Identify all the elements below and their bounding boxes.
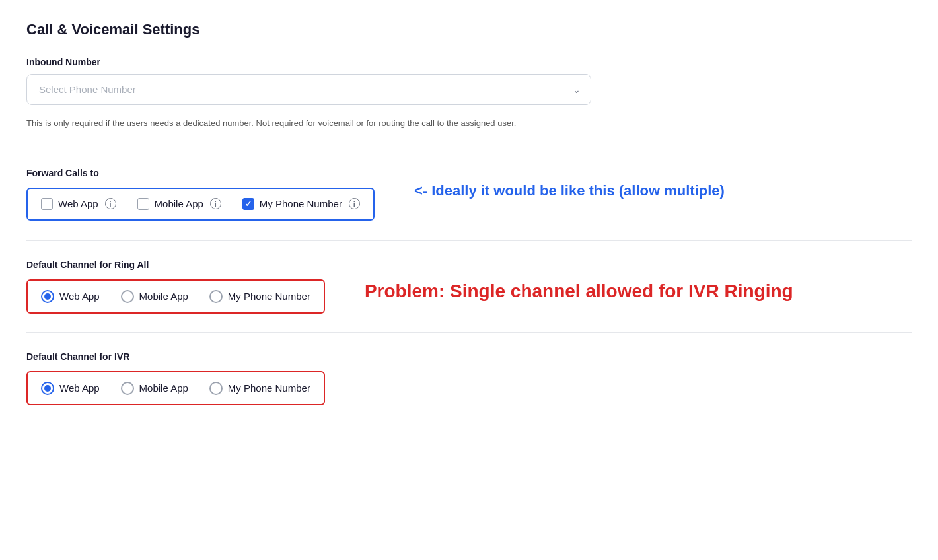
ring-web-app-label: Web App bbox=[59, 291, 100, 302]
ring-mobile-app-label: Mobile App bbox=[139, 291, 188, 302]
ivr-row-container: Web App Mobile App My Phone Number bbox=[26, 371, 912, 405]
ivr-mobile-app-radio[interactable] bbox=[121, 382, 134, 395]
phone-info-icon[interactable]: i bbox=[349, 198, 360, 209]
forward-phone-label: My Phone Number bbox=[260, 198, 342, 209]
forward-mobile-app-label: Mobile App bbox=[155, 198, 203, 209]
ring-all-annotation: Problem: Single channel allowed for IVR … bbox=[365, 279, 793, 303]
ring-mobile-app-item[interactable]: Mobile App bbox=[121, 290, 188, 303]
forward-phone-checkbox[interactable] bbox=[242, 198, 254, 210]
web-app-info-icon[interactable]: i bbox=[105, 198, 116, 209]
ring-mobile-app-radio[interactable] bbox=[121, 290, 134, 303]
ring-phone-radio[interactable] bbox=[209, 290, 223, 303]
forward-web-app-label: Web App bbox=[58, 198, 98, 209]
forward-calls-label: Forward Calls to bbox=[26, 168, 912, 178]
phone-number-select-wrapper: Select Phone Number ⌄ bbox=[26, 74, 591, 105]
forward-mobile-app-checkbox[interactable] bbox=[137, 198, 149, 210]
forward-web-app-checkbox[interactable] bbox=[41, 198, 53, 210]
ivr-options: Web App Mobile App My Phone Number bbox=[26, 371, 325, 405]
ivr-mobile-app-item[interactable]: Mobile App bbox=[121, 382, 188, 395]
ring-web-app-radio[interactable] bbox=[41, 290, 54, 303]
ivr-section: Default Channel for IVR Web App Mobile A… bbox=[26, 351, 912, 405]
forward-calls-annotation: <- Ideally it would be like this (allow … bbox=[414, 181, 725, 201]
inbound-number-helper: This is only required if the users needs… bbox=[26, 117, 753, 130]
page-title: Call & Voicemail Settings bbox=[26, 21, 912, 38]
ivr-phone-label: My Phone Number bbox=[228, 382, 310, 394]
forward-phone-item[interactable]: My Phone Number i bbox=[242, 198, 360, 210]
ivr-label: Default Channel for IVR bbox=[26, 351, 912, 362]
forward-mobile-app-item[interactable]: Mobile App i bbox=[137, 198, 221, 210]
inbound-number-label: Inbound Number bbox=[26, 57, 912, 67]
section-divider-1 bbox=[26, 149, 912, 149]
phone-number-select[interactable]: Select Phone Number bbox=[26, 74, 591, 105]
section-divider-2 bbox=[26, 240, 912, 241]
ring-web-app-item[interactable]: Web App bbox=[41, 290, 100, 303]
ivr-phone-radio[interactable] bbox=[209, 382, 223, 395]
section-divider-3 bbox=[26, 332, 912, 333]
ring-all-section: Default Channel for Ring All Web App Mob… bbox=[26, 260, 912, 314]
ivr-mobile-app-label: Mobile App bbox=[139, 382, 188, 394]
ring-phone-label: My Phone Number bbox=[228, 291, 310, 302]
ivr-web-app-radio[interactable] bbox=[41, 382, 54, 395]
forward-web-app-item[interactable]: Web App i bbox=[41, 198, 116, 210]
ivr-phone-item[interactable]: My Phone Number bbox=[209, 382, 310, 395]
ring-all-row-container: Web App Mobile App My Phone Number Probl… bbox=[26, 279, 912, 314]
ivr-web-app-item[interactable]: Web App bbox=[41, 382, 100, 395]
mobile-app-info-icon[interactable]: i bbox=[210, 198, 221, 209]
ring-phone-item[interactable]: My Phone Number bbox=[209, 290, 310, 303]
ivr-web-app-label: Web App bbox=[59, 382, 100, 394]
inbound-number-section: Inbound Number Select Phone Number ⌄ Thi… bbox=[26, 57, 912, 130]
forward-calls-row-container: Web App i Mobile App i My Phone Number i… bbox=[26, 188, 912, 227]
forward-calls-section: Forward Calls to Web App i Mobile App i … bbox=[26, 168, 912, 227]
forward-calls-options: Web App i Mobile App i My Phone Number i bbox=[26, 188, 375, 221]
ring-all-options: Web App Mobile App My Phone Number bbox=[26, 279, 325, 314]
ring-all-label: Default Channel for Ring All bbox=[26, 260, 912, 270]
